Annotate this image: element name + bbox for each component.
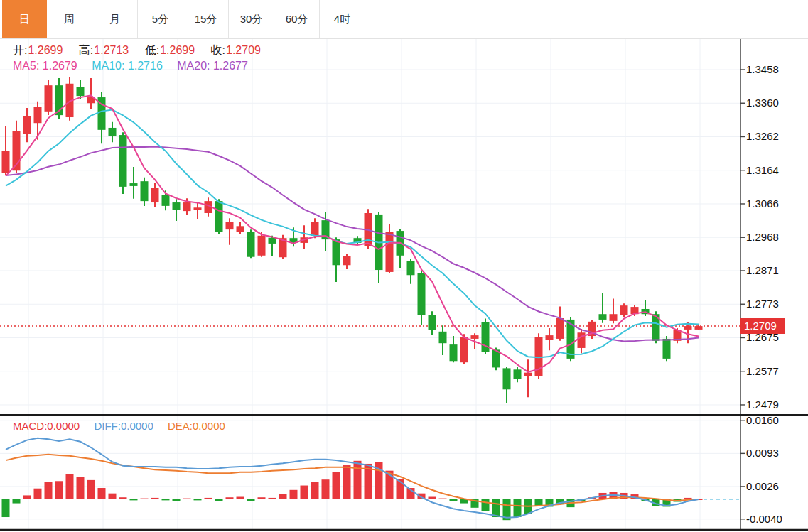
price-axis-label: 1.2968 (746, 231, 779, 243)
high-value: 1.2713 (94, 44, 129, 56)
macd-legend: MACD:0.0000 DIFF:0.0000 DEA:0.0000 (13, 420, 237, 432)
candle-body (439, 332, 447, 343)
macd-hist-bar (87, 480, 95, 499)
macd-hist-bar (151, 498, 159, 499)
macd-hist-bar (343, 465, 351, 499)
macd-hist-bar (173, 499, 181, 501)
macd-hist-bar (194, 499, 202, 500)
tab-month[interactable]: 月 (92, 0, 138, 38)
ma10-legend: MA10: 1.2716 (92, 60, 163, 72)
macd-hist-bar (215, 499, 223, 501)
price-axis-label: 1.3360 (746, 97, 779, 109)
macd-hist-bar (429, 497, 436, 499)
macd-hist-bar (2, 499, 10, 517)
macd-hist-bar (55, 481, 63, 499)
macd-hist-bar (130, 499, 138, 500)
candle-body (343, 256, 351, 265)
tab-4hour[interactable]: 4时 (320, 0, 365, 38)
tab-15min[interactable]: 15分 (183, 0, 229, 38)
price-axis-label: 1.2479 (746, 398, 779, 411)
candle-body (109, 128, 117, 136)
close-value: 1.2709 (226, 44, 261, 56)
candlestick-macd-chart[interactable]: 1.34581.33601.32621.31641.30661.29681.28… (0, 0, 808, 532)
price-axis-label: 1.3262 (746, 130, 779, 142)
ma20-legend: MA20: 1.2677 (177, 60, 248, 72)
candle-body (620, 305, 628, 315)
candle-body (226, 222, 234, 229)
tab-5min[interactable]: 5分 (138, 0, 183, 38)
ma10-line (6, 110, 699, 358)
candle-body (556, 318, 564, 339)
candle-body (610, 314, 618, 321)
candle-body (34, 107, 42, 123)
candle-body (386, 232, 394, 272)
macd-hist-bar (77, 477, 85, 499)
current-price-badge: 1.2709 (740, 318, 785, 334)
candle-body (173, 202, 181, 210)
candle-body (162, 195, 170, 206)
macd-hist-bar (162, 499, 170, 500)
macd-hist-bar (109, 494, 117, 499)
tab-week[interactable]: 周 (47, 0, 92, 38)
candle-body (407, 261, 415, 275)
candle-body (524, 373, 532, 376)
macd-value-legend: MACD:0.0000 (13, 420, 80, 432)
candle-body (418, 273, 426, 315)
candle-body (141, 181, 149, 201)
price-axis-label: 1.3066 (746, 197, 779, 210)
timeframe-tabbar: 日 周 月 5分 15分 30分 60分 4时 (0, 0, 808, 39)
price-axis-label: 1.3458 (746, 63, 779, 75)
macd-hist-bar (354, 461, 362, 499)
trading-chart-app: 1.34581.33601.32621.31641.30661.29681.28… (0, 0, 808, 532)
macd-hist-bar (279, 494, 287, 499)
candle-body (514, 369, 522, 379)
macd-hist-bar (482, 499, 490, 511)
tab-60min[interactable]: 60分 (274, 0, 320, 38)
macd-axis-label: 0.0093 (746, 447, 779, 459)
candle-body (45, 85, 53, 112)
candle-body (663, 339, 671, 359)
low-value: 1.2699 (160, 44, 195, 56)
candle-body (194, 207, 202, 210)
macd-hist-bar (439, 499, 447, 499)
macd-hist-bar (333, 472, 340, 499)
tab-day[interactable]: 日 (2, 0, 47, 38)
close-label: 收: (211, 44, 225, 56)
macd-hist-bar (34, 489, 42, 499)
macd-hist-bar (23, 495, 31, 499)
low-label: 低: (145, 44, 159, 56)
macd-axis-label: -0.0040 (746, 513, 782, 525)
macd-hist-bar (311, 482, 319, 499)
candle-body (23, 116, 31, 134)
diff-value-legend: DIFF:0.0000 (94, 420, 153, 432)
macd-hist-bar (183, 499, 191, 499)
candle-body (247, 232, 255, 257)
price-axis-label: 1.3164 (746, 164, 779, 176)
candle-body (119, 135, 127, 187)
candle-body (546, 335, 554, 340)
candle-body (311, 222, 319, 236)
candle-body (258, 236, 266, 256)
price-axis-label: 1.2577 (746, 365, 779, 377)
candle-body (237, 226, 244, 232)
candle-body (599, 314, 607, 320)
macd-hist-bar (205, 498, 212, 499)
ma5-legend: MA5: 1.2679 (13, 60, 77, 72)
dea-value-legend: DEA:0.0000 (168, 420, 225, 432)
macd-hist-bar (269, 498, 276, 499)
macd-hist-bar (98, 488, 106, 499)
tab-30min[interactable]: 30分 (229, 0, 274, 38)
candle-body (450, 344, 458, 361)
price-axis-label: 1.2871 (746, 264, 779, 276)
macd-hist-bar (450, 499, 458, 501)
macd-hist-bar (290, 490, 298, 499)
macd-hist-bar (301, 486, 308, 499)
macd-hist-bar (258, 497, 266, 499)
candle-body (684, 326, 692, 330)
candle-body (215, 201, 223, 232)
macd-hist-bar (237, 497, 244, 499)
open-label: 开: (13, 44, 27, 56)
candle-body (333, 239, 340, 265)
ohlc-legend: 开:1.2699 高:1.2713 低:1.2699 收:1.2709 (13, 43, 274, 58)
candle-body (695, 326, 703, 330)
